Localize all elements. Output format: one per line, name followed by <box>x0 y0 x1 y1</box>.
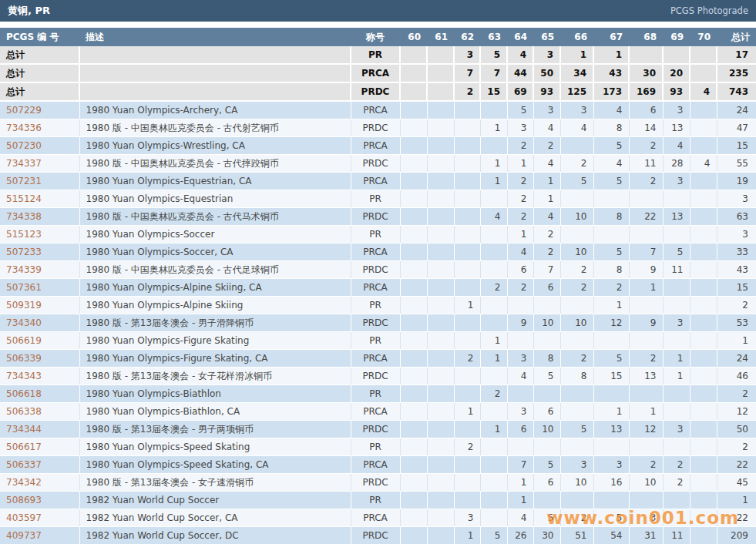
grade-count-cell <box>690 385 717 403</box>
grade-count-cell: 13 <box>593 421 629 438</box>
pcgs-number-link[interactable]: 507231 <box>6 176 42 186</box>
grade-count-cell <box>427 350 454 368</box>
grade-count-cell <box>427 456 454 474</box>
pcgs-number-link[interactable]: 506337 <box>6 459 42 470</box>
grade-count-cell <box>427 137 454 155</box>
grade-count-cell: 3 <box>663 314 690 332</box>
grade-count-cell: 2 <box>480 279 507 297</box>
total-count-cell: 55 <box>717 155 756 173</box>
pcgs-number-link[interactable]: 507233 <box>6 247 42 257</box>
grade-count-cell: 3 <box>663 173 690 190</box>
grade-count-cell: 1 <box>507 474 533 492</box>
pcgs-number-cell: 409737 <box>0 527 79 544</box>
grade-count-cell: 2 <box>629 173 663 190</box>
pcgs-number-link[interactable]: 515124 <box>6 193 42 204</box>
coin-description: 1980 版 - 第13届冬澳会 - 女子速滑铜币 <box>79 474 351 492</box>
coin-description: 1980 版 - 第13届冬澳会 - 女子花样滑冰铜币 <box>79 368 351 385</box>
table-row: 5072291980 Yuan Olympics-Archery, CAPRCA… <box>0 101 756 119</box>
pcgs-number-link[interactable]: 734343 <box>6 371 42 381</box>
total-count-cell: 1 <box>717 492 756 509</box>
grade-count-cell: 6 <box>507 421 533 438</box>
grade-count-cell <box>400 421 427 438</box>
designation-cell: PRDC <box>351 261 400 279</box>
pcgs-number-link[interactable]: 506338 <box>6 406 42 417</box>
pcgs-number-cell: 515124 <box>0 190 79 208</box>
pcgs-number-link[interactable]: 734339 <box>6 264 42 275</box>
grade-count-cell: 2 <box>629 137 663 155</box>
grade-count-cell: 3 <box>507 119 533 137</box>
grade-count-cell <box>427 173 454 190</box>
pcgs-number-link[interactable]: 506339 <box>6 353 42 364</box>
pcgs-number-link[interactable]: 506619 <box>6 335 42 346</box>
grade-count-cell: 31 <box>629 527 663 544</box>
pcgs-number-link[interactable]: 734337 <box>6 158 42 169</box>
pcgs-number-link[interactable]: 734338 <box>6 211 42 222</box>
grade-count-cell <box>400 492 427 509</box>
grade-count-cell: 43 <box>593 64 629 82</box>
pcgs-number-link[interactable]: 734336 <box>6 123 42 133</box>
summary-row: 总计PRCA77445034433020235 <box>0 64 756 82</box>
table-row: 5086931982 Yuan World Cup SoccerPR11 <box>0 492 756 509</box>
designation-cell: PR <box>351 438 400 456</box>
pcgs-number-link[interactable]: 515123 <box>6 229 42 240</box>
grade-count-cell <box>400 82 427 101</box>
total-count-cell: 22 <box>717 456 756 474</box>
grade-count-cell: 1 <box>507 226 533 243</box>
summary-row: 总计PR35431117 <box>0 46 756 64</box>
total-count-cell: 53 <box>717 314 756 332</box>
grade-count-cell: 11 <box>663 527 690 544</box>
grade-count-cell: 20 <box>663 64 690 82</box>
column-header: 称号 <box>351 28 400 46</box>
grade-count-cell: 1 <box>593 403 629 421</box>
total-count-cell: 2 <box>717 438 756 456</box>
grade-count-cell: 7 <box>454 64 480 82</box>
grade-count-cell <box>427 208 454 226</box>
grade-count-cell <box>663 492 690 509</box>
grade-count-cell <box>560 226 593 243</box>
grade-count-cell: 15 <box>593 368 629 385</box>
column-header: 描述 <box>79 28 351 46</box>
coin-description: 1980 Yuan Olympics-Biathlon <box>79 385 351 403</box>
coin-description: 1980 Yuan Olympics-Biathlon, CA <box>79 403 351 421</box>
total-label: 总计 <box>0 82 79 101</box>
grade-count-cell: 2 <box>560 509 593 527</box>
pcgs-number-link[interactable]: 507229 <box>6 105 42 116</box>
pcgs-number-link[interactable]: 507361 <box>6 282 42 293</box>
pcgs-number-link[interactable]: 509319 <box>6 300 42 311</box>
grade-count-cell <box>427 314 454 332</box>
designation-cell: PRDC <box>351 527 400 544</box>
grade-count-cell: 2 <box>629 456 663 474</box>
grade-count-cell <box>480 243 507 261</box>
table-row: 5151231980 Yuan Olympics-SoccerPR123 <box>0 226 756 243</box>
table-row: 7343361980 版 - 中国奥林匹克委员会 - 古代射艺铜币PRDC134… <box>0 119 756 137</box>
photograde-link[interactable]: PCGS Photograde <box>670 5 748 16</box>
column-header: PCGS 编 号 <box>0 28 79 46</box>
grade-count-cell <box>454 456 480 474</box>
grade-count-cell <box>629 297 663 314</box>
pcgs-number-link[interactable]: 409737 <box>6 530 42 541</box>
column-header: 66 <box>560 28 593 46</box>
pcgs-number-link[interactable]: 506618 <box>6 388 42 399</box>
grade-count-cell: 5 <box>593 243 629 261</box>
grade-count-cell <box>480 368 507 385</box>
pcgs-number-cell: 734339 <box>0 261 79 279</box>
pcgs-number-link[interactable]: 734342 <box>6 477 42 488</box>
pcgs-number-link[interactable]: 403597 <box>6 512 42 523</box>
total-count-cell: 15 <box>717 137 756 155</box>
grade-count-cell <box>454 421 480 438</box>
pcgs-number-link[interactable]: 507230 <box>6 140 42 151</box>
designation-cell: PRCA <box>351 243 400 261</box>
pcgs-number-link[interactable]: 734344 <box>6 424 42 435</box>
coin-description: 1980 版 - 中国奥林匹克委员会 - 古代射艺铜币 <box>79 119 351 137</box>
pcgs-number-link[interactable]: 508693 <box>6 495 42 505</box>
grade-count-cell: 2 <box>507 137 533 155</box>
grade-count-cell <box>663 190 690 208</box>
coin-description: 1980 Yuan Olympics-Alpine Skiing, CA <box>79 279 351 297</box>
pcgs-number-link[interactable]: 506617 <box>6 442 42 452</box>
grade-count-cell: 10 <box>533 421 560 438</box>
spacer <box>0 22 756 28</box>
pcgs-number-cell: 507230 <box>0 137 79 155</box>
grade-count-cell: 2 <box>560 350 593 368</box>
pcgs-number-link[interactable]: 734340 <box>6 317 42 328</box>
total-count-cell: 2 <box>717 385 756 403</box>
